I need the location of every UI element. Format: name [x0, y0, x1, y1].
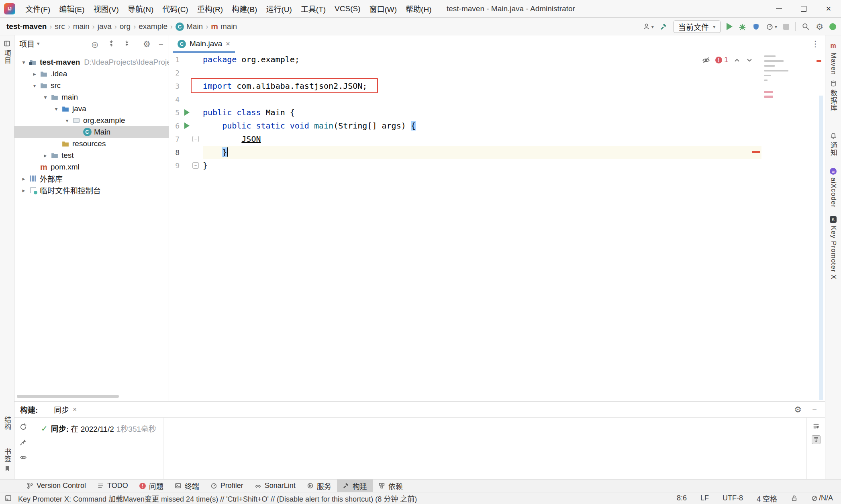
tree-item-root[interactable]: ▾ test-maven D:\IdeaProjects\IdeaProje — [14, 56, 169, 68]
run-class-icon[interactable] — [184, 109, 190, 116]
toolwindow-version-control[interactable]: Version Control — [21, 480, 92, 492]
toolwindow-todo[interactable]: TODO — [92, 480, 134, 492]
lock-icon[interactable] — [791, 495, 798, 502]
tool-stripe-structure[interactable]: 结构 — [0, 416, 14, 431]
menu-vcs[interactable]: VCS(S) — [330, 4, 365, 13]
pin-icon[interactable] — [20, 439, 27, 446]
chevron-down-icon[interactable]: ▾ — [52, 106, 61, 112]
chevron-down-icon[interactable]: ▾ — [63, 117, 71, 124]
tool-stripe-aixcoder[interactable]: ai aiXcoder — [825, 168, 841, 208]
project-panel-title[interactable]: 项目 — [19, 38, 35, 49]
build-hammer-button[interactable] — [660, 23, 667, 31]
tree-item-main[interactable]: ▾ main — [14, 91, 169, 103]
scroll-to-end-button[interactable] — [812, 435, 821, 444]
editor-minimap[interactable] — [763, 55, 823, 401]
sync-status-row[interactable]: ✓ 同步: 在 2022/11/2 1秒351毫秒 — [41, 423, 161, 434]
chevron-down-icon[interactable]: ▾ — [41, 94, 50, 100]
tool-stripe-bookmarks[interactable]: 书签 — [0, 448, 14, 472]
search-everywhere-button[interactable] — [802, 22, 810, 31]
tree-item-scratches[interactable]: ▸ 临时文件和控制台 — [14, 184, 169, 196]
code-line-4[interactable] — [203, 93, 761, 106]
debug-button[interactable] — [739, 23, 746, 31]
chevron-right-icon[interactable]: ▸ — [19, 187, 28, 194]
profiler-button[interactable]: ▾ — [766, 23, 778, 31]
toolwindow-problems[interactable]: ! 问题 — [134, 480, 169, 492]
tree-item-package[interactable]: ▾ org.example — [14, 114, 169, 126]
user-account-button[interactable]: ▾ — [643, 23, 654, 30]
chevron-right-icon[interactable]: ▸ — [30, 71, 39, 77]
menu-build[interactable]: 构建(B) — [227, 3, 261, 14]
breadcrumb-project[interactable]: test-maven — [6, 22, 47, 31]
chevron-right-icon[interactable]: ▸ — [41, 152, 50, 159]
code-line-8-current[interactable]: } — [203, 146, 761, 159]
caret-position[interactable]: 8:6 — [677, 494, 687, 502]
fold-region-icon[interactable]: − — [192, 136, 199, 142]
menu-window[interactable]: 窗口(W) — [365, 3, 401, 14]
plugin-status-icon[interactable] — [829, 23, 836, 30]
menu-run[interactable]: 运行(U) — [261, 3, 296, 14]
tab-main-java[interactable]: C Main.java × — [173, 35, 235, 52]
close-button[interactable]: × — [816, 0, 841, 17]
scrollbar-thumb[interactable] — [819, 96, 823, 400]
breadcrumb-main-dir[interactable]: main — [73, 22, 90, 31]
editor-body[interactable]: 1 2 3 4 5 6 7 8 9 − − package org.exampl… — [169, 52, 825, 401]
plugin-status-widget[interactable]: /N/A — [811, 494, 833, 502]
close-tab-icon[interactable]: × — [73, 406, 77, 414]
line-separator[interactable]: LF — [700, 494, 709, 502]
toolwindow-terminal[interactable]: 终端 — [169, 480, 205, 492]
run-main-icon[interactable] — [184, 122, 190, 129]
settings-button[interactable]: ⚙ — [816, 22, 823, 31]
tool-stripe-database[interactable]: 数据库 — [825, 80, 841, 111]
menu-tools[interactable]: 工具(T) — [296, 3, 330, 14]
prev-error-icon[interactable] — [733, 57, 741, 64]
horizontal-scrollbar[interactable] — [17, 395, 119, 398]
menu-view[interactable]: 视图(V) — [89, 3, 123, 14]
chevron-down-icon[interactable]: ▾ — [30, 82, 39, 89]
tree-item-external-libraries[interactable]: ▸ 外部库 — [14, 173, 169, 184]
menu-code[interactable]: 代码(C) — [158, 3, 192, 14]
error-count-badge[interactable]: ! 1 — [715, 56, 728, 64]
gear-icon[interactable]: ⚙ — [143, 40, 151, 48]
code-line-1[interactable]: package org.example; — [203, 53, 761, 66]
tree-item-java[interactable]: ▾ java — [14, 103, 169, 114]
hide-panel-icon[interactable]: − — [812, 405, 817, 414]
menu-help[interactable]: 帮助(H) — [401, 3, 436, 14]
breadcrumb-class-main[interactable]: Main — [186, 22, 203, 31]
toolwindow-dependencies[interactable]: 依赖 — [373, 480, 408, 492]
code-line-7[interactable]: JSON — [203, 133, 761, 146]
more-options-icon[interactable]: ⋮ — [811, 39, 819, 49]
tool-stripe-notifications[interactable]: 通知 — [825, 133, 841, 156]
run-button[interactable] — [727, 23, 733, 30]
code-line-9[interactable]: } — [203, 159, 761, 172]
status-message[interactable]: Key Promoter X: Command 加载Maven变更 missed… — [18, 493, 417, 504]
code-line-5[interactable]: public class Main { — [203, 106, 761, 119]
code-line-6[interactable]: public static void main(String[] args) { — [203, 119, 761, 133]
coverage-button[interactable] — [752, 23, 760, 31]
breadcrumb-java[interactable]: java — [98, 22, 112, 31]
expand-all-icon[interactable] — [108, 40, 115, 47]
close-tab-icon[interactable]: × — [226, 40, 230, 48]
chevron-right-icon[interactable]: ▸ — [19, 175, 28, 182]
tab-sync[interactable]: 同步 × — [54, 404, 77, 415]
menu-navigate[interactable]: 导航(N) — [123, 3, 158, 14]
menu-edit[interactable]: 编辑(E) — [55, 3, 89, 14]
toolwindow-sonarlint[interactable]: SonarLint — [249, 480, 301, 492]
tree-item-src[interactable]: ▾ src — [14, 80, 169, 91]
maximize-button[interactable] — [791, 0, 816, 17]
run-configuration-select[interactable]: 当前文件 ▾ — [674, 20, 721, 33]
chevron-down-icon[interactable]: ▾ — [19, 59, 28, 65]
next-error-icon[interactable] — [746, 57, 753, 64]
toolwindow-profiler[interactable]: Profiler — [205, 480, 249, 492]
menu-refactor[interactable]: 重构(R) — [193, 3, 227, 14]
indent-setting[interactable]: 4 空格 — [757, 493, 777, 504]
minimize-button[interactable] — [766, 0, 791, 17]
soft-wrap-icon[interactable] — [812, 422, 820, 430]
tree-item-idea[interactable]: ▸ .idea — [14, 68, 169, 80]
file-encoding[interactable]: UTF-8 — [723, 494, 743, 502]
toolwindow-build[interactable]: 构建 — [337, 480, 373, 492]
breadcrumb-method-main[interactable]: main — [220, 22, 237, 31]
breadcrumb-example[interactable]: example — [139, 22, 167, 31]
breadcrumb-org[interactable]: org — [120, 22, 131, 31]
fold-end-icon[interactable]: − — [192, 162, 199, 169]
tree-item-test[interactable]: ▸ test — [14, 149, 169, 161]
